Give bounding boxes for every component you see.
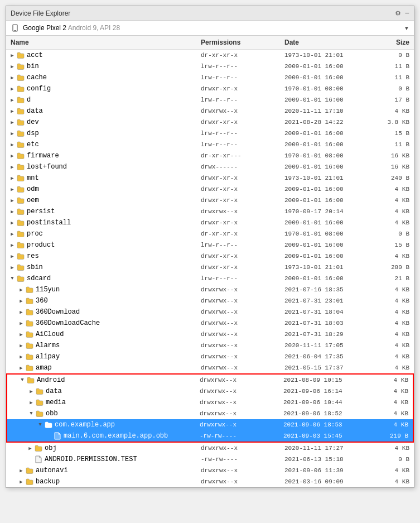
- expand-arrow-icon[interactable]: ▶: [8, 97, 16, 103]
- list-item[interactable]: ▶ cachelrw-r--r--2009-01-01 16:0011 B: [6, 72, 414, 83]
- expand-arrow-icon[interactable]: ▶: [17, 354, 25, 360]
- list-item[interactable]: ▶ configdrwxr-xr-x1970-01-01 08:000 B: [6, 83, 414, 94]
- list-item[interactable]: ▶ backupdrwxrwx--x2021-03-16 09:094 KB: [6, 476, 414, 487]
- dropdown-arrow-icon[interactable]: ▼: [404, 25, 409, 31]
- expand-arrow-icon[interactable]: ▶: [27, 400, 35, 406]
- device-selector[interactable]: Google Pixel 2 Android 9, API 28: [11, 23, 120, 32]
- list-item[interactable]: ▶ etclrw-r--r--2009-01-01 16:0011 B: [6, 139, 414, 150]
- file-name-cell: ▼ sdcard: [6, 274, 196, 284]
- list-item[interactable]: ANDROID.PERMISSION.TEST-rw-rw----2021-06…: [6, 454, 414, 465]
- list-item[interactable]: ▶ AiClouddrwxrwx--x2021-07-31 18:294 KB: [6, 329, 414, 340]
- list-item[interactable]: ▶ dlrw-r--r--2009-01-01 16:0017 B: [6, 94, 414, 105]
- expand-arrow-icon[interactable]: ▶: [17, 365, 25, 371]
- list-item[interactable]: ▶ procdr-xr-xr-x1970-01-01 08:000 B: [6, 228, 414, 239]
- file-permissions: drwxrwx--x: [196, 286, 280, 294]
- list-item[interactable]: ▶ lost+founddrwx------2009-01-01 16:0016…: [6, 161, 414, 172]
- list-item[interactable]: ▶ objdrwxrwx--x2020-11-11 17:274 KB: [6, 443, 414, 454]
- list-item[interactable]: ▶ acctdr-xr-xr-x1973-10-01 21:010 B: [6, 50, 414, 61]
- expand-arrow-icon[interactable]: ▶: [8, 108, 16, 114]
- expand-arrow-icon[interactable]: ▶: [17, 479, 25, 485]
- list-item[interactable]: ▶ persistdrwxrwx--x1970-09-17 20:144 KB: [6, 206, 414, 217]
- list-item[interactable]: ▶ odmdrwxr-xr-x2009-01-01 16:004 KB: [6, 184, 414, 195]
- expand-arrow-icon[interactable]: ▶: [17, 468, 25, 474]
- list-item[interactable]: ▼ obbdrwxrwx--x2021-09-06 18:524 KB: [7, 408, 413, 419]
- list-item[interactable]: ▶ resdrwxr-xr-x2009-01-01 16:004 KB: [6, 251, 414, 262]
- list-item[interactable]: ▶ autonavidrwxrwx--x2021-09-06 11:394 KB: [6, 465, 414, 476]
- collapse-arrow-icon[interactable]: ▼: [36, 422, 44, 428]
- expand-arrow-icon[interactable]: ▶: [8, 119, 16, 126]
- expand-arrow-icon[interactable]: ▶: [8, 242, 16, 248]
- expand-arrow-icon[interactable]: ▶: [8, 75, 16, 81]
- expand-arrow-icon[interactable]: ▶: [8, 265, 16, 271]
- file-size: 21 B: [369, 275, 414, 282]
- expand-arrow-icon[interactable]: ▶: [8, 231, 16, 237]
- file-name-text: ANDROID.PERMISSION.TEST: [45, 455, 137, 463]
- file-date: 2021-06-13 15:18: [280, 455, 369, 463]
- collapse-arrow-icon[interactable]: ▼: [27, 411, 35, 416]
- list-item[interactable]: ▶ 115yundrwxrwx--x2021-07-16 18:354 KB: [6, 284, 414, 295]
- expand-arrow-icon[interactable]: ▶: [17, 332, 25, 338]
- list-item[interactable]: main.6.com.example.app.obb-rw-rw----2021…: [7, 430, 413, 442]
- file-permissions: drwxr-xr-x: [196, 185, 280, 193]
- list-item[interactable]: ▶ datadrwxrwx--x2020-11-11 17:104 KB: [6, 105, 414, 117]
- device-bar[interactable]: Google Pixel 2 Android 9, API 28 ▼: [6, 21, 414, 36]
- expand-arrow-icon[interactable]: ▶: [8, 64, 16, 70]
- list-item[interactable]: ▶ mediadrwxrwx--x2021-09-06 10:444 KB: [7, 397, 413, 408]
- expand-arrow-icon[interactable]: ▶: [17, 298, 25, 304]
- file-name-cell: ▶ res: [6, 251, 196, 261]
- file-list: ▶ acctdr-xr-xr-x1973-10-01 21:010 B▶ bin…: [6, 50, 414, 487]
- file-name-text: Alarms: [36, 342, 60, 349]
- expand-arrow-icon[interactable]: ▶: [17, 287, 25, 293]
- list-item[interactable]: ▶ 360DownloadCachedrwxrwx--x2021-07-31 1…: [6, 318, 414, 329]
- list-item[interactable]: ▶ amapdrwxrwx--x2021-05-15 17:374 KB: [6, 362, 414, 373]
- expand-arrow-icon[interactable]: ▶: [8, 52, 16, 59]
- list-item[interactable]: ▼ Androiddrwxrwx--x2021-08-09 10:154 KB: [7, 375, 413, 386]
- expand-arrow-icon[interactable]: ▶: [8, 209, 16, 215]
- expand-arrow-icon[interactable]: ▶: [8, 153, 16, 159]
- expand-arrow-icon[interactable]: ▶: [27, 388, 35, 395]
- file-permissions: drwxrwx--x: [195, 410, 279, 418]
- file-icon: [53, 431, 62, 440]
- expand-arrow-icon[interactable]: ▶: [8, 131, 16, 137]
- list-item[interactable]: ▶ datadrwxrwx--x2021-09-06 16:144 KB: [7, 386, 413, 397]
- collapse-arrow-icon[interactable]: ▼: [18, 377, 26, 383]
- file-name-text: postinstall: [27, 219, 71, 227]
- expand-arrow-icon[interactable]: ▶: [17, 320, 25, 327]
- file-date: 2021-03-16 09:09: [280, 478, 369, 486]
- expand-arrow-icon[interactable]: ▶: [8, 186, 16, 193]
- expand-arrow-icon[interactable]: ▶: [8, 220, 16, 226]
- list-item[interactable]: ▶ sbindrwxr-xr-x1973-10-01 21:01280 B: [6, 262, 414, 273]
- file-name-cell: ANDROID.PERMISSION.TEST: [6, 454, 196, 464]
- expand-arrow-icon[interactable]: ▶: [8, 164, 16, 170]
- list-item[interactable]: ▶ mntdrwxr-xr-x1973-10-01 21:01240 B: [6, 172, 414, 184]
- expand-arrow-icon[interactable]: ▶: [8, 175, 16, 181]
- expand-arrow-icon[interactable]: ▶: [8, 142, 16, 148]
- list-item[interactable]: ▶ binlrw-r--r--2009-01-01 16:0011 B: [6, 61, 414, 72]
- list-item[interactable]: ▶ Alarmsdrwxrwx--x2020-11-11 17:054 KB: [6, 340, 414, 351]
- list-item[interactable]: ▼ sdcardlrw-r--r--2009-01-01 16:0021 B: [6, 273, 414, 284]
- collapse-arrow-icon[interactable]: ▼: [8, 276, 16, 281]
- expand-arrow-icon[interactable]: ▶: [8, 198, 16, 204]
- expand-arrow-icon[interactable]: ▶: [26, 445, 34, 452]
- list-item[interactable]: ▶ oemdrwxr-xr-x2009-01-01 16:004 KB: [6, 195, 414, 206]
- expand-arrow-icon[interactable]: ▶: [17, 309, 25, 315]
- list-item[interactable]: ▶ productlrw-r--r--2009-01-01 16:0015 B: [6, 239, 414, 251]
- list-item[interactable]: ▼ com.example.appdrwxrwx--x2021-09-06 18…: [7, 419, 413, 430]
- file-name-cell: ▶ obj: [6, 443, 196, 453]
- file-permissions: lrw-r--r--: [196, 241, 280, 249]
- window-title: Device File Explorer: [11, 9, 70, 17]
- minimize-icon[interactable]: −: [405, 9, 409, 18]
- expand-arrow-icon[interactable]: ▶: [8, 86, 16, 92]
- file-size: 4 KB: [369, 444, 414, 452]
- list-item[interactable]: ▶ devdrwxr-xr-x2021-08-28 14:223.8 KB: [6, 117, 414, 128]
- list-item[interactable]: ▶ firmwaredr-xr-xr---1970-01-01 08:0016 …: [6, 150, 414, 161]
- settings-icon[interactable]: ⚙: [395, 8, 400, 18]
- list-item[interactable]: ▶ 360Downloaddrwxrwx--x2021-07-31 18:044…: [6, 306, 414, 318]
- list-item[interactable]: ▶ postinstalldrwxr-xr-x2009-01-01 16:004…: [6, 217, 414, 228]
- list-item[interactable]: ▶ dsplrw-r--r--2009-01-01 16:0015 B: [6, 128, 414, 139]
- file-size: 4 KB: [368, 421, 413, 429]
- list-item[interactable]: ▶ alipaydrwxrwx--x2021-06-04 17:354 KB: [6, 351, 414, 362]
- list-item[interactable]: ▶ 360drwxrwx--x2021-07-31 23:014 KB: [6, 295, 414, 306]
- expand-arrow-icon[interactable]: ▶: [8, 253, 16, 260]
- expand-arrow-icon[interactable]: ▶: [17, 343, 25, 349]
